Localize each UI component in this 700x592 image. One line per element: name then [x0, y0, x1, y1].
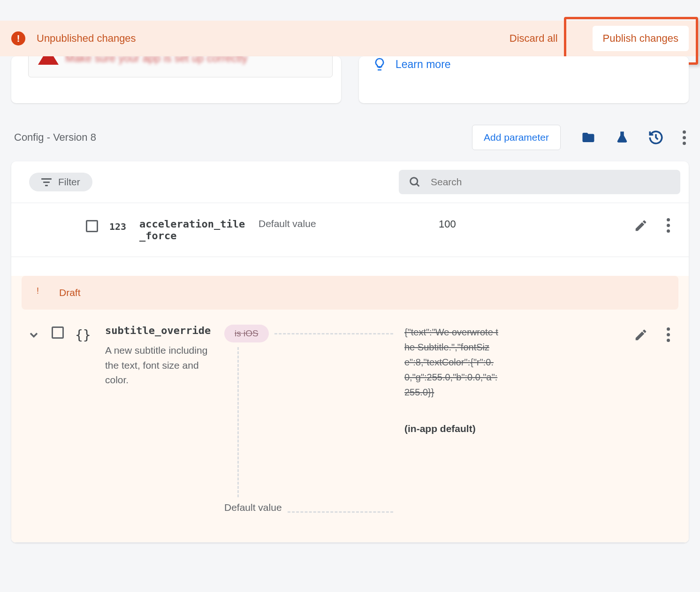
alert-icon: !: [37, 286, 50, 299]
parameters-card: Filter 123 acceleration_tile_force Defau…: [11, 161, 689, 543]
banner-text: Unpublished changes: [37, 32, 498, 45]
default-label: Default value: [224, 502, 282, 513]
add-parameter-button[interactable]: Add parameter: [472, 125, 561, 150]
search-input[interactable]: [431, 176, 671, 188]
param-value: 100: [439, 218, 533, 230]
param-name: subtitle_override: [105, 325, 213, 336]
learn-more-link[interactable]: Learn more: [396, 58, 451, 71]
warning-triangle-icon: [38, 56, 59, 65]
row-checkbox[interactable]: [52, 326, 64, 339]
row-checkbox[interactable]: [86, 220, 98, 232]
setup-inner: Make sure your app is set up correctly: [28, 56, 333, 77]
svg-line-1: [417, 184, 419, 186]
flask-icon[interactable]: [615, 129, 629, 145]
setup-text: Make sure your app is set up correctly: [65, 56, 248, 65]
type-number-icon: 123: [109, 221, 128, 232]
draft-section: ! Draft {} subtitle_override A new subti…: [11, 276, 689, 543]
toolbar-icons: [580, 129, 686, 145]
publish-changes-button[interactable]: Publish changes: [593, 26, 689, 51]
dash-line: [274, 333, 393, 334]
row-more-icon[interactable]: [667, 327, 670, 342]
param-description: A new subtitle including the text, font …: [105, 343, 213, 387]
more-icon[interactable]: [683, 130, 686, 145]
table-row: 123 acceleration_tile_force Default valu…: [11, 203, 689, 257]
svg-point-0: [411, 178, 418, 185]
filter-icon: [41, 178, 52, 186]
lightbulb-icon: [372, 56, 387, 72]
config-header: Config - Version 8 Add parameter: [0, 103, 700, 161]
table-row: {} subtitle_override A new subtitle incl…: [11, 310, 689, 528]
default-label: Default value: [259, 218, 427, 229]
search-box[interactable]: [399, 170, 680, 194]
dash-line: [288, 511, 393, 513]
vertical-dash: [237, 347, 393, 497]
alert-icon: !: [11, 31, 25, 46]
setup-card: Make sure your app is set up correctly: [11, 56, 341, 103]
in-app-default: (in-app default): [404, 423, 498, 434]
edit-icon[interactable]: [634, 328, 648, 342]
draft-label: Draft: [59, 287, 81, 298]
search-icon: [408, 175, 421, 189]
draft-banner: ! Draft: [22, 276, 678, 310]
type-json-icon: {}: [75, 327, 94, 343]
filter-bar: Filter: [11, 161, 689, 203]
chevron-down-icon[interactable]: [27, 328, 40, 342]
row-more-icon[interactable]: [667, 218, 670, 233]
history-icon[interactable]: [648, 129, 664, 145]
param-name: acceleration_tile_force: [139, 218, 247, 242]
unpublished-banner: ! Unpublished changes Discard all Publis…: [0, 21, 700, 56]
config-title: Config - Version 8: [14, 131, 462, 144]
edit-icon[interactable]: [634, 219, 648, 233]
learn-card: Learn more: [359, 56, 689, 103]
param-value-strike: {"text":"We overwrote the Subtitle.","fo…: [404, 325, 498, 400]
discard-all-button[interactable]: Discard all: [510, 32, 558, 45]
folder-icon[interactable]: [580, 130, 596, 144]
filter-chip[interactable]: Filter: [29, 173, 92, 191]
filter-label: Filter: [58, 176, 80, 188]
cards-row: Make sure your app is set up correctly L…: [0, 56, 700, 103]
condition-chip[interactable]: is iOS: [224, 325, 269, 342]
